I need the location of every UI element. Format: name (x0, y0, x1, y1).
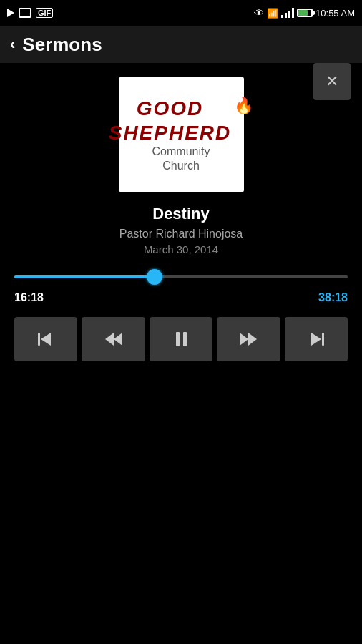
logo-line1: GOOD (109, 97, 232, 121)
pause-button[interactable] (150, 317, 212, 361)
skip-to-end-icon (308, 333, 324, 346)
logo-line3: Community (109, 145, 254, 158)
close-icon: ✕ (326, 72, 338, 91)
track-title: Destiny (152, 205, 209, 223)
status-time: 10:55 AM (315, 8, 355, 19)
progress-fill (14, 275, 155, 278)
time-row: 16:18 38:18 (11, 291, 351, 304)
time-current: 16:18 (14, 291, 44, 304)
skip-to-start-button[interactable] (14, 317, 77, 361)
church-logo: GOOD SHEPHERD 🔥 Community Church (109, 97, 254, 172)
navigation-bar: ‹ Sermons (0, 26, 362, 63)
back-button[interactable]: ‹ (10, 35, 15, 54)
track-author: Pastor Richard Hinojosa (119, 228, 243, 240)
skip-to-start-icon (38, 333, 54, 346)
logo-line2: SHEPHERD (109, 121, 232, 145)
play-status-icon (7, 9, 14, 17)
close-button[interactable]: ✕ (313, 63, 351, 100)
status-left-icons: GIF (7, 8, 53, 18)
battery-icon (297, 9, 313, 17)
logo-line4: Church (109, 159, 254, 172)
player-main-content: ✕ GOOD SHEPHERD 🔥 Community Church Desti… (0, 63, 362, 361)
page-title: Sermons (22, 34, 102, 56)
flame-icon: 🔥 (234, 97, 253, 115)
progress-bar-container[interactable] (11, 270, 351, 284)
status-bar: GIF 👁 📶 10:55 AM (0, 0, 362, 26)
status-right-icons: 👁 📶 10:55 AM (254, 7, 355, 19)
album-art: GOOD SHEPHERD 🔥 Community Church (119, 77, 244, 192)
gif-status-icon: GIF (36, 8, 53, 18)
signal-bars (281, 8, 294, 18)
track-date: March 30, 2014 (144, 243, 218, 255)
eye-icon: 👁 (254, 7, 264, 19)
time-total: 38:18 (318, 291, 348, 304)
fast-forward-button[interactable] (217, 317, 280, 361)
controls-row (11, 317, 351, 361)
rewind-button[interactable] (82, 317, 145, 361)
fast-forward-icon (240, 333, 257, 346)
pause-icon (176, 332, 187, 346)
progress-track[interactable] (14, 275, 348, 278)
image-status-icon (19, 8, 31, 18)
skip-to-end-button[interactable] (285, 317, 348, 361)
wifi-icon: 📶 (267, 8, 278, 19)
progress-thumb[interactable] (147, 269, 162, 285)
rewind-icon (105, 333, 122, 346)
